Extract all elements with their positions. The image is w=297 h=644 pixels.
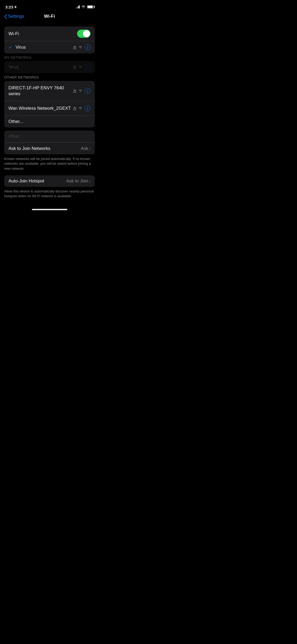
ghost-network-name: Virus bbox=[8, 65, 73, 70]
ask-join-networks-label: Ask to Join Networks bbox=[8, 146, 81, 151]
status-time: 3:23 bbox=[5, 5, 17, 9]
ghost-my-networks-card: Virus i bbox=[4, 61, 95, 73]
status-icons bbox=[76, 5, 94, 8]
location-arrow-icon bbox=[14, 6, 17, 8]
ask-join-networks-value-text: Ask bbox=[81, 146, 88, 151]
home-indicator bbox=[0, 205, 99, 214]
auto-join-hotspot-row[interactable]: Auto-Join Hotspot Ask to Join › bbox=[4, 175, 95, 187]
ask-join-chevron-icon: › bbox=[89, 146, 91, 151]
my-networks-label: MY NETWORKS bbox=[0, 53, 99, 61]
lock-icon-0 bbox=[73, 89, 76, 93]
lock-icon bbox=[73, 45, 76, 49]
auto-join-hotspot-value: Ask to Join › bbox=[66, 178, 91, 184]
network-row-0[interactable]: DIRECT-1F-HP ENVY 7640 series i bbox=[4, 81, 95, 101]
back-label: Settings bbox=[8, 14, 24, 19]
home-indicator-bar bbox=[32, 209, 67, 210]
ask-join-description: Known networks will be joined automatica… bbox=[0, 154, 99, 175]
info-button-0[interactable]: i bbox=[85, 88, 91, 94]
ghost-wifi-icon bbox=[78, 66, 83, 69]
wifi-toggle-card: Wi-Fi ✓ Virus i bbox=[4, 26, 95, 53]
info-button-1[interactable]: i bbox=[85, 105, 91, 111]
back-button[interactable]: Settings bbox=[4, 14, 24, 19]
wifi-status-icon bbox=[81, 5, 86, 8]
network-icons-1: i bbox=[73, 105, 91, 111]
network-name-1: Wan Wireless Network_2GEXT bbox=[8, 104, 73, 112]
network-name-0: DIRECT-1F-HP ENVY 7640 series bbox=[8, 84, 73, 98]
current-network-row[interactable]: ✓ Virus i bbox=[4, 41, 95, 53]
auto-join-description: Allow this device to automatically disco… bbox=[0, 187, 99, 203]
other-networks-label: OTHER NETWORKS bbox=[0, 73, 99, 81]
wifi-toggle-switch[interactable] bbox=[77, 30, 91, 38]
wifi-icon-0 bbox=[78, 89, 83, 93]
svg-rect-1 bbox=[74, 67, 76, 69]
ghost-lock-icon bbox=[73, 65, 76, 69]
auto-join-hotspot-value-text: Ask to Join bbox=[66, 178, 88, 184]
svg-rect-3 bbox=[74, 108, 76, 110]
ghost-other-row: Other bbox=[4, 131, 95, 142]
other-networks-card: DIRECT-1F-HP ENVY 7640 series i Wan Wire… bbox=[4, 81, 95, 127]
auto-join-hotspot-label: Auto-Join Hotspot bbox=[8, 178, 66, 184]
current-network-info-button[interactable]: i bbox=[85, 44, 91, 50]
current-network-icons: i bbox=[73, 44, 91, 50]
wifi-toggle-label: Wi-Fi bbox=[8, 31, 77, 36]
ghost-info-button: i bbox=[85, 64, 91, 70]
svg-rect-2 bbox=[74, 91, 76, 93]
network-row-1[interactable]: Wan Wireless Network_2GEXT i bbox=[4, 101, 95, 116]
lock-icon-1 bbox=[73, 107, 76, 110]
svg-rect-0 bbox=[74, 47, 76, 49]
page-title: Wi-Fi bbox=[44, 14, 55, 19]
ask-join-networks-value: Ask › bbox=[81, 146, 91, 151]
time-label: 3:23 bbox=[5, 5, 13, 9]
checkmark-icon: ✓ bbox=[8, 44, 12, 50]
nav-bar: Settings Wi-Fi bbox=[0, 12, 99, 23]
wifi-icon-1 bbox=[78, 107, 83, 110]
back-chevron-icon bbox=[4, 14, 7, 19]
ghost-network-row: Virus i bbox=[4, 61, 95, 73]
ask-join-networks-row[interactable]: Ask to Join Networks Ask › bbox=[4, 142, 95, 154]
wifi-toggle-row: Wi-Fi bbox=[4, 26, 95, 41]
ghost-network-icons: i bbox=[73, 64, 91, 70]
ask-join-networks-card: Other Ask to Join Networks Ask › bbox=[4, 131, 95, 154]
network-icons-0: i bbox=[73, 88, 91, 94]
status-bar: 3:23 bbox=[0, 0, 99, 12]
ghost-other-label: Other bbox=[8, 134, 91, 139]
wifi-signal-icon bbox=[78, 46, 83, 49]
network-name-other: Other... bbox=[8, 119, 91, 124]
signal-bars-icon bbox=[76, 5, 80, 8]
network-row-other[interactable]: Other... bbox=[4, 116, 95, 127]
battery-icon bbox=[87, 5, 94, 8]
auto-join-chevron-icon: › bbox=[89, 179, 91, 183]
toggle-thumb bbox=[83, 30, 90, 37]
auto-join-hotspot-card: Auto-Join Hotspot Ask to Join › bbox=[4, 175, 95, 187]
current-network-name: Virus bbox=[16, 45, 73, 50]
